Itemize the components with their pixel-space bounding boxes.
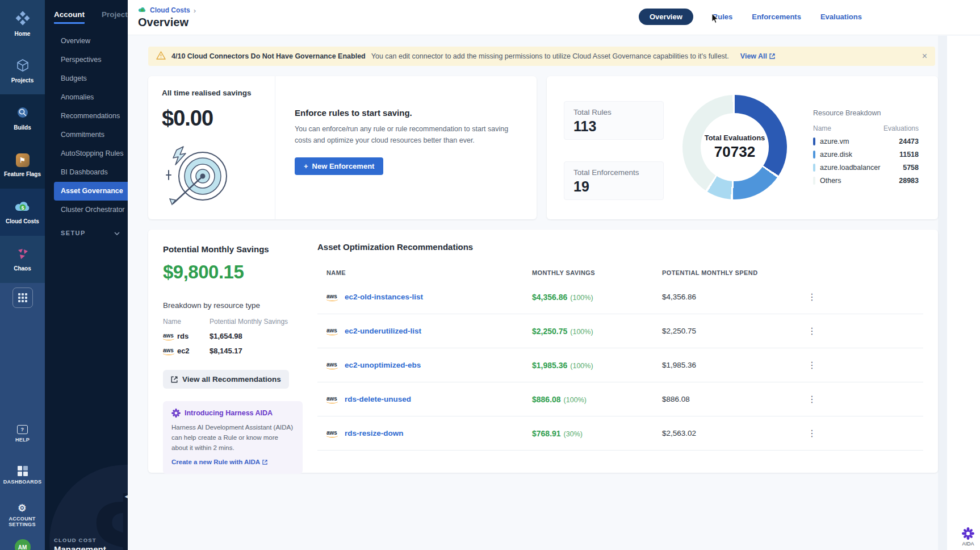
realised-savings-title: All time realised savings <box>162 89 275 97</box>
row-menu-kebab-icon[interactable]: ⋮ <box>804 394 820 405</box>
enforce-title: Enforce rules to start saving. <box>295 108 523 118</box>
col-header-potential-monthly-spend: POTENTIAL MONTHLY SPEND <box>662 269 804 276</box>
rail-module-chaos[interactable]: Chaos <box>0 236 45 283</box>
sidebar-item-overview[interactable]: Overview <box>45 32 128 51</box>
setup-section-toggle[interactable]: SETUP <box>45 230 128 236</box>
row-menu-kebab-icon[interactable]: ⋮ <box>804 326 820 336</box>
gear-icon: ⚙ <box>18 503 27 513</box>
cloud-costs-icon: $ <box>15 201 31 214</box>
sidebar-item-budgets[interactable]: Budgets <box>45 69 128 88</box>
builds-magnifier-icon <box>16 106 30 120</box>
row-menu-kebab-icon[interactable]: ⋮ <box>804 291 820 302</box>
setup-label: SETUP <box>61 230 86 236</box>
resource-breakdown-title: Resource Breakdown <box>813 109 919 117</box>
donut-center-value: 70732 <box>714 143 755 161</box>
aida-fab-label: AIDA <box>962 541 974 547</box>
recommendation-link[interactable]: ec2-old-instances-list <box>345 293 423 301</box>
svg-text:$: $ <box>21 205 24 210</box>
rail-module-label: Chaos <box>14 265 31 272</box>
recommendation-link[interactable]: rds-resize-down <box>345 429 404 438</box>
vertical-scrollbar[interactable] <box>938 36 947 550</box>
legend-name-header: Name <box>813 124 831 132</box>
resource-breakdown-legend: Resource Breakdown Name Evaluations azur… <box>813 109 919 185</box>
feature-flag-icon: ⚑ <box>16 153 30 167</box>
scope-tabs: Account Project <box>45 0 128 24</box>
legend-headers: Name Evaluations <box>813 124 919 132</box>
sidebar-footer: CLOUD COST Management <box>54 537 106 550</box>
aws-logo-icon: aws <box>326 395 337 403</box>
aida-flower-icon <box>171 409 181 418</box>
rail-module-label: Feature Flags <box>4 171 41 177</box>
view-all-link[interactable]: View All <box>740 52 775 60</box>
aws-logo-icon: aws <box>163 347 174 355</box>
total-enforcements-stat: Total Enforcements 19 <box>564 161 664 200</box>
rail-module-label: Builds <box>14 124 31 131</box>
dart-target-illustration <box>162 140 229 209</box>
row-menu-kebab-icon[interactable]: ⋮ <box>804 428 820 439</box>
rail-module-home[interactable]: Home <box>0 0 45 47</box>
new-enforcement-button[interactable]: + New Enforcement <box>295 157 383 175</box>
total-enforcements-value: 19 <box>573 178 654 195</box>
sidebar-item-recommendations[interactable]: Recommendations <box>45 107 128 126</box>
aws-logo-icon: aws <box>326 430 337 438</box>
breakdown-headers: Name Potential Monthly Savings <box>163 318 305 326</box>
rail-bottom-section: ? HELP DASHBOARDS ⚙ ACCOUNT SETTINGS AM <box>0 283 45 550</box>
tab-project[interactable]: Project <box>102 10 128 24</box>
row-menu-kebab-icon[interactable]: ⋮ <box>804 360 820 370</box>
rail-module-builds[interactable]: Builds <box>0 94 45 141</box>
user-avatar[interactable]: AM <box>15 539 31 550</box>
recommendation-link[interactable]: ec2-underutilized-list <box>345 327 421 335</box>
total-rules-value: 113 <box>573 118 654 135</box>
breadcrumb-cloud-costs[interactable]: Cloud Costs <box>150 6 190 14</box>
breakdown-savings-header: Potential Monthly Savings <box>210 318 288 326</box>
realised-savings-amount: $0.00 <box>162 106 275 131</box>
rail-module-feature-flags[interactable]: ⚑ Feature Flags <box>0 141 45 189</box>
rail-module-projects[interactable]: Projects <box>0 47 45 94</box>
sidebar-item-perspectives[interactable]: Perspectives <box>45 51 128 69</box>
total-enforcements-label: Total Enforcements <box>573 168 654 177</box>
total-rules-label: Total Rules <box>573 108 654 116</box>
help-chat-icon: ? <box>17 425 28 434</box>
banner-title: 4/10 Cloud Connectors Do Not Have Govern… <box>171 52 366 60</box>
rail-module-label: Cloud Costs <box>6 218 39 224</box>
sidebar-item-bi-dashboards[interactable]: BI Dashboards <box>45 163 128 182</box>
close-icon[interactable]: × <box>922 52 927 61</box>
external-link-icon <box>769 53 775 59</box>
right-gutter <box>947 36 980 550</box>
aida-assistant-button[interactable]: AIDA <box>962 527 974 547</box>
breakdown-row: aws rds $1,654.98 <box>163 332 305 340</box>
potential-savings-amount: $9,800.15 <box>163 261 305 283</box>
main-content: Cloud Costs › Overview Overview Rules En… <box>128 0 980 550</box>
help-button[interactable]: ? HELP <box>0 425 45 443</box>
sidebar-item-cluster-orchestrator[interactable]: Cluster Orchestrator <box>45 201 128 219</box>
sidebar-item-anomalies[interactable]: Anomalies <box>45 88 128 107</box>
module-rail: Home Projects Builds ⚑ Feature Flags $ <box>0 0 45 550</box>
plus-icon: + <box>304 162 308 170</box>
rail-module-cloud-costs[interactable]: $ Cloud Costs <box>0 189 45 236</box>
account-settings-button[interactable]: ⚙ ACCOUNT SETTINGS <box>4 503 40 527</box>
sidebar-item-asset-governance[interactable]: Asset Governance <box>54 182 128 201</box>
breakdown-by-resource-title: Breakdown by resource type <box>163 301 305 310</box>
sidebar-item-commitments[interactable]: Commitments <box>45 126 128 144</box>
potential-monthly-savings-panel: Potential Monthly Savings $9,800.15 Brea… <box>163 244 305 474</box>
harness-home-icon <box>15 11 30 27</box>
tab-overview[interactable]: Overview <box>639 9 693 25</box>
view-all-recommendations-button[interactable]: View all Recommendations <box>163 370 289 389</box>
tab-account[interactable]: Account <box>54 10 85 24</box>
cloud-costs-breadcrumb-icon <box>138 5 146 15</box>
dashboards-button[interactable]: DASHBOARDS <box>0 466 45 485</box>
recommendation-link[interactable]: rds-delete-unused <box>345 395 411 403</box>
recommendation-link[interactable]: ec2-unoptimized-ebs <box>345 361 421 369</box>
sidebar-item-autostopping-rules[interactable]: AutoStopping Rules <box>45 144 128 163</box>
aws-logo-icon: aws <box>326 293 337 301</box>
external-link-icon <box>171 376 178 383</box>
create-rule-with-aida-link[interactable]: Create a new Rule with AIDA <box>171 459 267 465</box>
aws-logo-icon: aws <box>163 332 174 340</box>
breakdown-name-header: Name <box>163 318 210 326</box>
module-picker-button[interactable] <box>12 288 33 308</box>
tab-enforcements[interactable]: Enforcements <box>752 13 801 21</box>
tab-evaluations[interactable]: Evaluations <box>820 13 862 21</box>
table-row: aws rds-resize-down $768.91(30%) $2,563.… <box>317 416 923 451</box>
sidebar-footer-title: Management <box>54 544 106 550</box>
sidebar-collapse-icon[interactable]: ◂ <box>124 493 128 500</box>
